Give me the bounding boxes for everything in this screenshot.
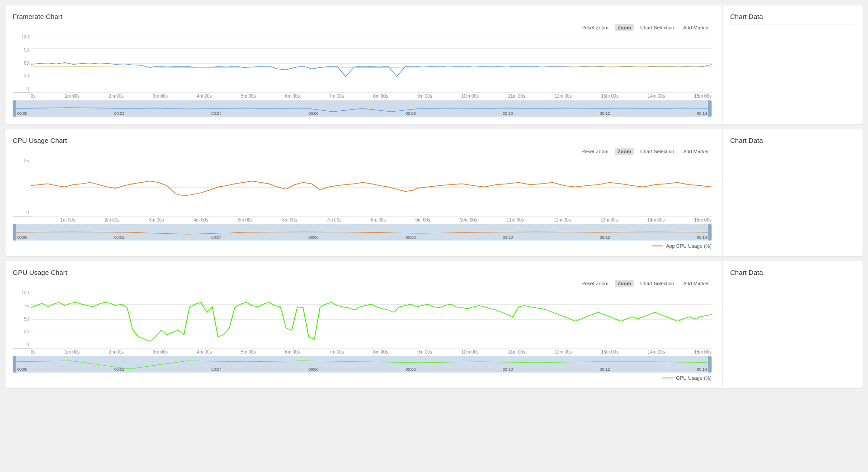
x-label: 14m 00s (648, 349, 665, 354)
cpu-controls: Reset Zoom Zoom Chart Selection Add Mark… (13, 148, 712, 155)
framerate-chart-row: Framerate Chart Reset Zoom Zoom Chart Se… (5, 5, 863, 124)
y-label: 120 (13, 35, 31, 39)
gpu-zoom-button[interactable]: Zoom (615, 280, 634, 287)
x-label: 14m 00s (647, 217, 665, 222)
cpu-x-axis: 1m 00s 2m 00s 3m 00s 4m 00s 5m 00s 6m 00… (31, 217, 712, 222)
x-label: 9m 00s (417, 349, 432, 354)
x-label: 5m 00s (241, 94, 256, 99)
cpu-svg (31, 158, 712, 216)
cpu-minimap[interactable]: 00:00 00:02 00:04 00:06 00:08 00:10 00:1… (13, 224, 712, 241)
cpu-chart-panel: CPU Usage Chart Reset Zoom Zoom Chart Se… (5, 129, 719, 256)
framerate-svg-wrap (31, 34, 712, 92)
x-label: 12m 00s (553, 217, 571, 222)
gpu-sidebar-title: Chart Data (730, 269, 855, 276)
y-label: 100 (13, 291, 31, 295)
minimap-label: 00:04 (212, 367, 222, 372)
y-label: 25 (13, 159, 31, 163)
framerate-minimap[interactable]: 00:00 00:02 00:04 00:06 00:08 00:10 00:1… (13, 100, 712, 117)
x-label: 13m 00s (600, 217, 618, 222)
x-label: 1m 00s (60, 217, 75, 222)
gpu-minimap-labels: 00:00 00:02 00:04 00:06 00:08 00:10 00:1… (13, 367, 712, 372)
x-label: 4m 00s (197, 94, 212, 99)
minimap-label: 00:00 (17, 235, 28, 240)
x-label: 12m 00s (555, 349, 572, 354)
framerate-add-marker-button[interactable]: Add Marker (680, 24, 712, 31)
gpu-legend-line (662, 378, 673, 378)
gpu-y-axis: 100 75 50 25 0 (13, 290, 31, 348)
gpu-legend-label: GPU Usage (%) (676, 375, 712, 381)
minimap-label: 00:06 (308, 367, 319, 372)
cpu-legend-line (652, 245, 663, 246)
minimap-label: 00:00 (17, 111, 28, 116)
gpu-controls: Reset Zoom Zoom Chart Selection Add Mark… (13, 280, 712, 287)
minimap-label: 00:14 (697, 367, 707, 372)
x-label: 0s (31, 94, 36, 99)
cpu-chart-area: 25 0 (13, 158, 712, 217)
gpu-svg-wrap (31, 290, 712, 348)
x-label: 10m 00s (461, 349, 478, 354)
x-label: 2m 00s (105, 217, 120, 222)
framerate-chart-selection-button[interactable]: Chart Selection (637, 24, 677, 31)
x-label: 8m 00s (373, 349, 388, 354)
minimap-label: 00:00 (17, 367, 28, 372)
minimap-label: 00:02 (114, 367, 125, 372)
gpu-legend: GPU Usage (%) (13, 375, 712, 381)
framerate-chart-title: Framerate Chart (13, 13, 712, 20)
cpu-zoom-button[interactable]: Zoom (615, 148, 634, 155)
framerate-reset-zoom-button[interactable]: Reset Zoom (579, 24, 611, 31)
y-label: 50 (13, 317, 31, 321)
x-label: 7m 00s (329, 94, 344, 99)
framerate-sidebar-title: Chart Data (730, 13, 855, 20)
framerate-svg (31, 34, 712, 92)
x-label: 3m 00s (153, 349, 168, 354)
cpu-sidebar: Chart Data (722, 129, 863, 256)
x-label: 8m 00s (371, 217, 386, 222)
gpu-chart-panel: GPU Usage Chart Reset Zoom Zoom Chart Se… (5, 261, 719, 388)
x-label: 10m 00s (461, 94, 478, 99)
y-label: 90 (13, 48, 31, 52)
x-label: 9m 00s (415, 217, 430, 222)
gpu-minimap[interactable]: 00:00 00:02 00:04 00:06 00:08 00:10 00:1… (13, 356, 712, 373)
x-label: 15m 00s (694, 349, 712, 354)
minimap-label: 00:08 (406, 235, 416, 240)
x-label: 7m 00s (329, 349, 344, 354)
x-label: 2m 00s (109, 94, 124, 99)
y-label: 30 (13, 74, 31, 78)
cpu-y-axis: 25 0 (13, 158, 31, 216)
framerate-chart-area: 120 90 60 30 0 (13, 34, 712, 93)
framerate-zoom-button[interactable]: Zoom (615, 24, 634, 31)
x-label: 15m 00s (694, 217, 712, 222)
minimap-label: 00:08 (406, 111, 416, 116)
minimap-label: 00:10 (503, 367, 513, 372)
framerate-minimap-labels: 00:00 00:02 00:04 00:06 00:08 00:10 00:1… (13, 111, 712, 116)
cpu-chart-title: CPU Usage Chart (13, 137, 712, 144)
gpu-add-marker-button[interactable]: Add Marker (680, 280, 712, 287)
y-label: 75 (13, 304, 31, 308)
x-label: 13m 00s (601, 349, 618, 354)
cpu-sidebar-title: Chart Data (730, 137, 855, 144)
x-label: 1m 00s (65, 94, 80, 99)
minimap-label: 00:14 (697, 111, 707, 116)
cpu-add-marker-button[interactable]: Add Marker (680, 148, 712, 155)
cpu-reset-zoom-button[interactable]: Reset Zoom (579, 148, 611, 155)
gpu-chart-selection-button[interactable]: Chart Selection (637, 280, 677, 287)
x-label: 2m 00s (109, 349, 124, 354)
minimap-label: 00:06 (308, 235, 319, 240)
gpu-chart-title: GPU Usage Chart (13, 269, 712, 276)
x-label: 11m 00s (507, 217, 524, 222)
minimap-label: 00:12 (600, 367, 610, 372)
x-label: 13m 00s (601, 94, 618, 99)
gpu-reset-zoom-button[interactable]: Reset Zoom (579, 280, 611, 287)
y-label: 0 (13, 211, 31, 215)
gpu-chart-area: 100 75 50 25 0 (13, 290, 712, 349)
y-label: 0 (13, 343, 31, 347)
cpu-chart-selection-button[interactable]: Chart Selection (637, 148, 677, 155)
x-label: 8m 00s (373, 94, 388, 99)
x-label: 5m 00s (241, 349, 256, 354)
x-label: 0s (31, 349, 36, 354)
gpu-svg (31, 290, 712, 348)
x-label: 4m 00s (193, 217, 208, 222)
main-page: Framerate Chart Reset Zoom Zoom Chart Se… (0, 0, 868, 472)
x-label: 10m 00s (460, 217, 477, 222)
cpu-chart-row: CPU Usage Chart Reset Zoom Zoom Chart Se… (5, 129, 863, 256)
